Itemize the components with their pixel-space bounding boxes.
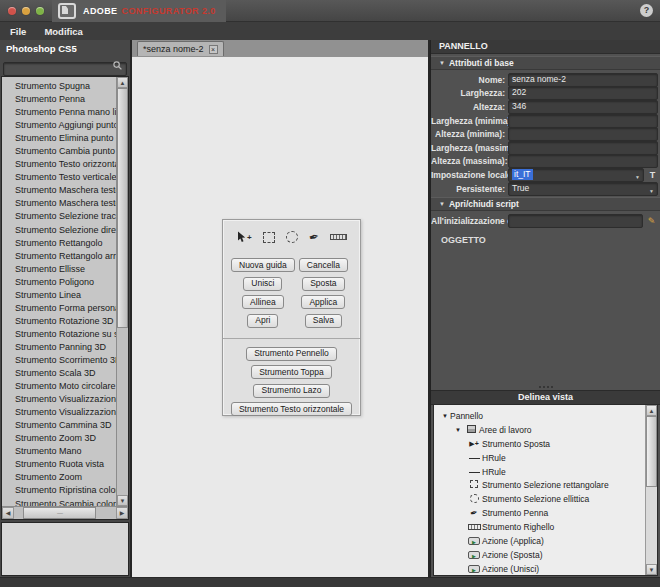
tool-list-item[interactable]: Strumento Maschera testo verticale [2,197,116,210]
panel-resize-grip[interactable] [431,383,660,390]
persistente-dropdown[interactable]: True [508,182,658,196]
tool-list-item[interactable]: Strumento Penna mano libera [2,106,116,119]
panel-tool-button[interactable]: Strumento Pennello [246,347,337,361]
panel-action-button[interactable]: Apri [247,314,278,328]
tool-list-item[interactable]: Strumento Zoom [2,471,116,484]
tool-list-item[interactable]: Strumento Rotazione su se stesso 3D [2,328,116,341]
panel-action-button[interactable]: Sposta [302,277,344,291]
larghezza-minima-field[interactable] [508,114,658,128]
scroll-up-arrow[interactable]: ▲ [117,77,128,88]
tool-list-item[interactable]: Strumento Zoom 3D [2,432,116,445]
tool-list-item[interactable]: Strumento Penna [2,93,116,106]
menu-modifica[interactable]: Modifica [44,26,83,37]
altezza-massima-field[interactable] [508,154,658,168]
tool-list-item[interactable]: Strumento Rettangolo [2,237,116,250]
tree-row[interactable]: Strumento Selezione ellittica [434,492,645,506]
ruler-icon[interactable] [330,234,347,240]
altezza-field[interactable]: 346 [508,100,658,114]
altezza-minima-field[interactable] [508,127,658,141]
panel-action-button[interactable]: Nuova guida [231,258,295,272]
section-apri-chiudi-script[interactable]: Apri/chiudi script [431,197,660,211]
pen-tool-icon[interactable]: ✒ [307,229,320,245]
tree-row[interactable]: Aree di lavoro [434,423,645,437]
tool-list-item[interactable]: Strumento Ruota vista [2,458,116,471]
tree-row[interactable]: Azione (Applica) [434,534,645,548]
vertical-scroll-thumb[interactable] [117,88,128,328]
locale-dropdown[interactable]: it_IT [508,168,644,182]
panel-action-button[interactable]: Cancella [299,258,348,272]
larghezza-field[interactable]: 202 [508,86,658,100]
tool-list-item[interactable]: Strumento Visualizzazione panning 3D [2,406,116,419]
tool-list-horizontal-scrollbar[interactable]: ◀ — ▶ [2,506,128,519]
tool-list-item[interactable]: Strumento Mano [2,445,116,458]
scroll-left-arrow[interactable]: ◀ [2,507,14,519]
horizontal-scroll-thumb[interactable]: — [23,507,96,519]
tool-list-item[interactable]: Strumento Visualizzazione rotazione su [2,393,116,406]
scroll-down-arrow[interactable]: ▼ [117,495,128,506]
panel-action-button[interactable]: Applica [301,295,345,309]
disclosure-triangle-icon[interactable] [440,413,450,419]
panel-action-button[interactable]: Unisci [243,277,282,291]
disclosure-triangle-icon[interactable] [453,427,463,433]
zoom-window-button[interactable] [36,7,44,15]
edit-script-pencil-icon[interactable]: ✎ [645,216,658,226]
help-button[interactable]: ? [640,4,653,17]
panel-tool-button[interactable]: Strumento Lazo [253,384,329,398]
inizializzazione-script-field[interactable] [508,214,643,228]
close-window-button[interactable] [8,7,16,15]
tab-close-icon[interactable]: × [209,45,218,54]
tool-list-item[interactable]: Strumento Scala 3D [2,367,116,380]
scroll-right-arrow[interactable]: ▶ [116,507,128,519]
tool-list-item[interactable]: Strumento Linea [2,289,116,302]
tree-row[interactable]: Pannello [434,409,645,423]
tool-list-item[interactable]: Strumento Rotazione 3D [2,315,116,328]
rectangular-marquee-icon[interactable] [263,232,275,243]
tool-list-item[interactable]: Strumento Maschera testo orizzontale [2,184,116,197]
move-tool-icon[interactable]: + [236,231,252,243]
tree-row[interactable]: HRule [434,465,645,479]
panel-tool-button[interactable]: Strumento Toppa [251,365,332,379]
panel-action-button[interactable]: Salva [305,314,342,328]
tool-list-item[interactable]: Strumento Aggiungi punto di ancoraggio [2,119,116,132]
larghezza-massima-field[interactable] [508,141,658,155]
tool-list-item[interactable]: Strumento Cambia punto di ancoraggio [2,145,116,158]
tree-row[interactable]: Azione (Sposta) [434,548,645,562]
outline-scroll-thumb[interactable] [646,416,657,487]
tool-list-item[interactable]: Strumento Poligono [2,276,116,289]
tool-list-item[interactable]: Strumento Moto circolare 3D [2,380,116,393]
tool-list-item[interactable]: Strumento Selezione tracciato [2,210,116,223]
tree-row[interactable]: Strumento Penna [434,506,645,520]
tool-list-item[interactable]: Strumento Testo verticale [2,171,116,184]
menu-file[interactable]: File [10,26,26,37]
nome-field[interactable]: senza nome-2 [508,73,658,87]
design-canvas[interactable]: + ✒ Nuova guidaCancellaUnisciSpostaAllin… [132,57,428,577]
document-tab[interactable]: *senza nome-2 × [137,41,224,56]
panel-tool-button[interactable]: Strumento Testo orizzontale [231,402,352,416]
minimize-window-button[interactable] [22,7,30,15]
tree-row[interactable]: Strumento Selezione rettangolare [434,478,645,492]
tool-list-item[interactable]: Strumento Panning 3D [2,341,116,354]
outline-scrollbar[interactable]: ▲ ▼ [645,405,657,575]
tree-row[interactable]: Azione (Unisci) [434,562,645,575]
text-format-button[interactable]: T [647,170,658,180]
tool-list-item[interactable]: Strumento Scambia colore [2,498,116,507]
tool-list-item[interactable]: Strumento Forma personale [2,302,116,315]
tool-list-vertical-scrollbar[interactable]: ▲ ▼ [116,77,128,506]
tool-list-item[interactable]: Strumento Rettangolo arrotondato [2,250,116,263]
tool-list-item[interactable]: Strumento Scorrimento 3D [2,354,116,367]
panel-being-designed[interactable]: + ✒ Nuova guidaCancellaUnisciSpostaAllin… [222,219,361,416]
tool-list-item[interactable]: Strumento Elimina punto di ancoraggio [2,132,116,145]
tool-list-item[interactable]: Strumento Ripristina colore [2,484,116,497]
tool-list-item[interactable]: Strumento Testo orizzontale [2,158,116,171]
panel-action-button[interactable]: Allinea [242,295,284,309]
tool-list-item[interactable]: Strumento Cammina 3D [2,419,116,432]
tree-row[interactable]: Strumento Righello [434,520,645,534]
section-attributi-di-base[interactable]: Attributi di base [431,56,660,70]
elliptical-marquee-icon[interactable] [286,231,298,243]
tool-list-item[interactable]: Strumento Selezione diretta [2,224,116,237]
tool-list-item[interactable]: Strumento Spugna [2,80,116,93]
tool-list-item[interactable]: Strumento Ellisse [2,263,116,276]
search-input[interactable] [3,62,127,76]
outline-scroll-up-arrow[interactable]: ▲ [646,405,657,416]
outline-scroll-down-arrow[interactable]: ▼ [646,564,657,575]
